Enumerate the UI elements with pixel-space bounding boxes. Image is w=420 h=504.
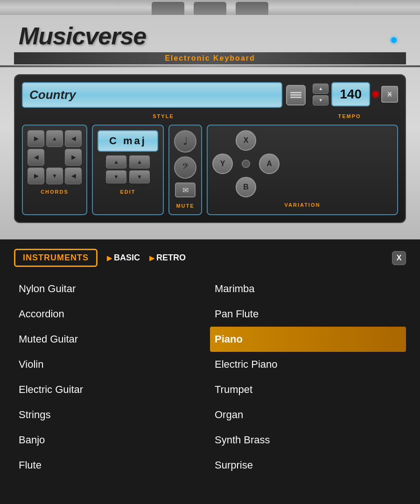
instrument-item[interactable]: Electric Guitar bbox=[14, 377, 210, 402]
style-label: STYLE bbox=[153, 113, 174, 119]
chords-down-button[interactable]: ▶ bbox=[28, 168, 44, 184]
retro-mode-button[interactable]: ▶ RETRO bbox=[149, 253, 186, 263]
instruments-close-button[interactable]: X bbox=[392, 251, 406, 265]
edit-up-left-button[interactable]: ▲ bbox=[106, 155, 126, 168]
edit-up-right-button[interactable]: ▲ bbox=[129, 155, 150, 168]
status-indicator bbox=[391, 37, 397, 43]
control-panel: Country ▲ ▼ 140 X bbox=[14, 74, 406, 223]
style-list-button[interactable] bbox=[286, 85, 306, 105]
var-x-button[interactable]: X bbox=[236, 130, 256, 151]
instrument-item[interactable]: Strings bbox=[14, 402, 210, 427]
tempo-controls: ▲ ▼ 140 X bbox=[313, 82, 398, 106]
style-section: Country bbox=[22, 82, 306, 108]
top-connector-right bbox=[236, 2, 268, 15]
retro-mode-label: RETRO bbox=[156, 253, 186, 263]
edit-down-left-button[interactable]: ▼ bbox=[106, 170, 126, 183]
mute-bass-button[interactable]: 𝄢 bbox=[174, 156, 196, 179]
mute-section: ♩ 𝄢 ✉ MUTE bbox=[168, 125, 202, 215]
variation-grid: X Y A B bbox=[212, 130, 392, 197]
instrument-item[interactable]: Marimba bbox=[210, 276, 406, 301]
lower-controls: ▶ ▲ ◀ ◀ ▶ ▶ ▼ ◀ CHORDS C maj bbox=[22, 125, 398, 215]
chords-back-button[interactable]: ◀ bbox=[65, 130, 82, 147]
tempo-indicator bbox=[373, 91, 378, 97]
chords-label: CHORDS bbox=[41, 189, 69, 195]
chords-down2-button[interactable]: ▼ bbox=[46, 168, 63, 184]
chords-grid: ▶ ▲ ◀ ◀ ▶ ▶ ▼ ◀ bbox=[28, 130, 82, 184]
instrument-item[interactable]: Violin bbox=[14, 352, 210, 377]
style-display: Country bbox=[22, 82, 282, 108]
var-y-button[interactable]: Y bbox=[212, 154, 233, 174]
list-icon-line3 bbox=[290, 97, 301, 98]
app-subtitle: Electronic Keyboard bbox=[165, 54, 255, 62]
fx-icon: X bbox=[387, 91, 392, 98]
instrument-item[interactable]: Accordion bbox=[14, 301, 210, 327]
mute-label: MUTE bbox=[176, 203, 194, 209]
tempo-section: ▲ ▼ 140 X bbox=[313, 82, 398, 108]
fx-button[interactable]: X bbox=[381, 86, 398, 103]
variation-label: VARIATION bbox=[285, 202, 321, 208]
var-b-button[interactable]: B bbox=[236, 177, 256, 197]
edit-label: EDIT bbox=[120, 189, 135, 195]
chord-display: C maj bbox=[98, 130, 158, 152]
edit-section: C maj ▲ ▼ ▲ ▼ EDIT bbox=[92, 125, 164, 215]
chords-right-button[interactable]: ▶ bbox=[65, 149, 82, 166]
edit-down-right-button[interactable]: ▼ bbox=[129, 170, 150, 183]
instrument-list: Nylon GuitarMarimbaAccordionPan FluteMut… bbox=[14, 276, 406, 478]
chords-center-empty bbox=[46, 149, 63, 166]
instruments-panel: INSTRUMENTS ▶ BASIC ▶ RETRO X Nylon Guit… bbox=[0, 239, 420, 487]
tempo-up-button[interactable]: ▲ bbox=[313, 84, 329, 94]
instruments-header: INSTRUMENTS ▶ BASIC ▶ RETRO X bbox=[14, 249, 406, 267]
top-connector-center bbox=[194, 2, 226, 15]
var-empty-4 bbox=[259, 177, 280, 197]
instruments-badge: INSTRUMENTS bbox=[14, 249, 98, 267]
instrument-item[interactable]: Pan Flute bbox=[210, 301, 406, 327]
chords-play-button[interactable]: ▶ bbox=[28, 130, 44, 147]
instrument-item[interactable]: Nylon Guitar bbox=[14, 276, 210, 301]
header-divider bbox=[0, 65, 420, 67]
list-icon-line2 bbox=[290, 94, 301, 96]
app-title: Musicverse bbox=[19, 22, 146, 50]
instrument-item[interactable]: Organ bbox=[210, 402, 406, 427]
mute-note-button[interactable]: ♩ bbox=[174, 130, 196, 153]
tempo-label: TEMPO bbox=[338, 113, 361, 119]
instrument-item[interactable]: Banjo bbox=[14, 427, 210, 453]
edit-col-left: ▲ ▼ bbox=[106, 155, 126, 183]
tempo-display: 140 bbox=[331, 82, 370, 106]
edit-col-right: ▲ ▼ bbox=[129, 155, 150, 183]
basic-mode-button[interactable]: ▶ BASIC bbox=[107, 253, 140, 263]
mute-envelope-button[interactable]: ✉ bbox=[175, 182, 196, 197]
chords-up-button[interactable]: ▲ bbox=[46, 130, 63, 147]
tempo-down-button[interactable]: ▼ bbox=[313, 95, 329, 105]
instrument-item[interactable]: Surprise bbox=[210, 453, 406, 478]
list-icon-line1 bbox=[290, 92, 301, 93]
basic-mode-label: BASIC bbox=[114, 253, 140, 263]
chords-end-button[interactable]: ◀ bbox=[65, 168, 82, 184]
subtitle-bar: Electronic Keyboard bbox=[14, 52, 406, 64]
var-empty-2 bbox=[259, 130, 280, 151]
style-tempo-row: Country ▲ ▼ 140 X bbox=[22, 82, 398, 108]
top-connector-left bbox=[152, 2, 184, 15]
edit-arrows: ▲ ▼ ▲ ▼ bbox=[98, 155, 158, 183]
instrument-item[interactable]: Electric Piano bbox=[210, 352, 406, 377]
instrument-item[interactable]: Flute bbox=[14, 453, 210, 478]
tempo-arrows: ▲ ▼ bbox=[313, 84, 329, 105]
instrument-item[interactable]: Piano bbox=[210, 327, 406, 352]
var-center-dot bbox=[242, 160, 250, 168]
variation-section: X Y A B VARIATION bbox=[207, 125, 398, 215]
basic-arrow-icon: ▶ bbox=[107, 254, 112, 262]
instrument-item[interactable]: Trumpet bbox=[210, 377, 406, 402]
header: Musicverse bbox=[14, 15, 406, 52]
var-empty-1 bbox=[212, 130, 233, 151]
style-tempo-labels: STYLE TEMPO bbox=[22, 112, 398, 120]
chords-section: ▶ ▲ ◀ ◀ ▶ ▶ ▼ ◀ CHORDS bbox=[22, 125, 87, 215]
var-empty-3 bbox=[212, 177, 233, 197]
instrument-item[interactable]: Muted Guitar bbox=[14, 327, 210, 352]
chords-left-button[interactable]: ◀ bbox=[28, 149, 44, 166]
retro-arrow-icon: ▶ bbox=[149, 254, 154, 262]
instrument-item[interactable]: Synth Brass bbox=[210, 427, 406, 453]
var-a-button[interactable]: A bbox=[259, 154, 280, 174]
